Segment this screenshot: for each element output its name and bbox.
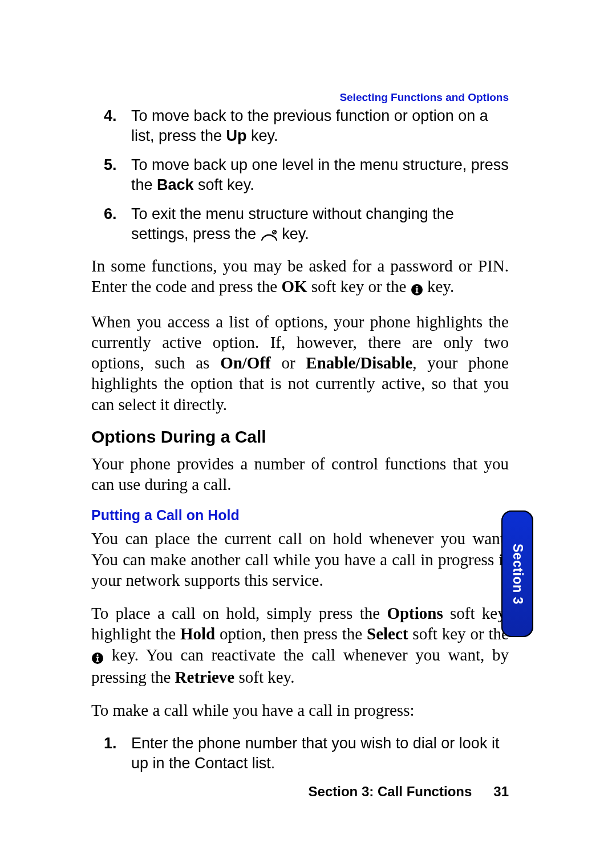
page-content: 4. To move back to the previous function…: [91, 106, 509, 800]
list-text: To move back up one level in the menu st…: [131, 156, 509, 193]
svg-rect-6: [415, 293, 418, 294]
info-i-icon: [411, 278, 423, 298]
body-paragraph: In some functions, you may be asked for …: [91, 256, 509, 299]
softkey-name: Select: [367, 625, 408, 643]
list-text: To move back to the previous function or…: [131, 107, 488, 144]
footer-page-number: 31: [493, 784, 509, 799]
key-name: Back: [157, 176, 194, 193]
body-paragraph: You can place the current call on hold w…: [91, 528, 509, 590]
svg-point-8: [96, 654, 98, 656]
end-call-icon: [261, 225, 278, 245]
footer-section-label: Section 3: Call Functions: [309, 784, 472, 799]
list-marker: 5.: [104, 155, 117, 175]
key-name: Up: [226, 127, 247, 144]
svg-rect-5: [416, 289, 418, 293]
list-item: 4. To move back to the previous function…: [131, 106, 509, 146]
section-tab: Section 3: [501, 510, 533, 637]
body-paragraph: To make a call while you have a call in …: [91, 700, 509, 720]
heading-putting-call-on-hold: Putting a Call on Hold: [91, 507, 509, 524]
list-item: 1. Enter the phone number that you wish …: [131, 734, 509, 773]
list-item: 5. To move back up one level in the menu…: [131, 155, 509, 195]
list-marker: 1.: [104, 734, 117, 753]
document-page: Selecting Functions and Options 4. To mo…: [0, 0, 616, 851]
list-marker: 4.: [104, 106, 117, 126]
body-paragraph: Your phone provides a number of control …: [91, 453, 509, 495]
softkey-name: Retrieve: [175, 668, 235, 686]
numbered-list-continued: 4. To move back to the previous function…: [91, 106, 509, 245]
svg-rect-11: [96, 660, 99, 662]
section-tab-label: Section 3: [510, 544, 525, 605]
heading-options-during-call: Options During a Call: [91, 427, 509, 447]
list-text: To exit the menu structure without chang…: [131, 205, 454, 242]
svg-point-3: [416, 286, 418, 287]
softkey-name: Options: [387, 604, 443, 622]
list-item: 6. To exit the menu structure without ch…: [131, 204, 509, 245]
running-head: Selecting Functions and Options: [339, 91, 509, 104]
option-name: Hold: [180, 625, 215, 643]
option-name: Enable/Disable: [306, 354, 412, 372]
option-name: On/Off: [220, 354, 271, 372]
svg-rect-10: [97, 657, 98, 661]
list-marker: 6.: [104, 204, 117, 224]
list-text: Enter the phone number that you wish to …: [131, 735, 499, 772]
info-i-icon: [91, 646, 104, 667]
page-footer: Section 3: Call Functions 31: [91, 784, 509, 800]
body-paragraph: To place a call on hold, simply press th…: [91, 603, 509, 687]
key-name: OK: [281, 277, 307, 295]
numbered-list: 1. Enter the phone number that you wish …: [91, 734, 509, 773]
body-paragraph: When you access a list of options, your …: [91, 311, 509, 415]
